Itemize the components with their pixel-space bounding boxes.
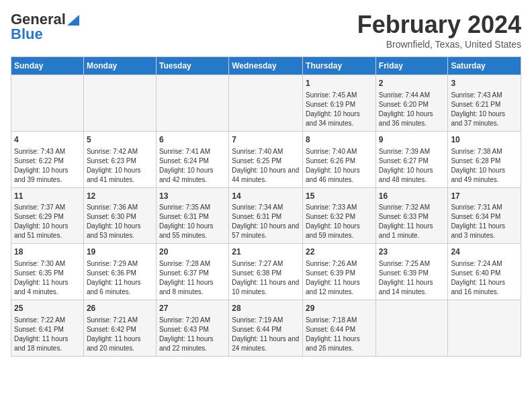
- calendar-cell: 2Sunrise: 7:44 AMSunset: 6:20 PMDaylight…: [375, 75, 448, 132]
- day-info: Sunset: 6:23 PM: [87, 156, 153, 166]
- day-info: Sunset: 6:37 PM: [159, 269, 226, 278]
- calendar-cell: 29Sunrise: 7:18 AMSunset: 6:44 PMDayligh…: [303, 300, 376, 357]
- calendar-cell: 27Sunrise: 7:20 AMSunset: 6:43 PMDayligh…: [156, 300, 228, 357]
- day-info: Daylight: 11 hours and 26 minutes.: [306, 334, 373, 353]
- calendar-cell: 5Sunrise: 7:42 AMSunset: 6:23 PMDaylight…: [83, 131, 156, 187]
- day-info: Sunset: 6:24 PM: [159, 156, 226, 166]
- day-info: Daylight: 10 hours and 49 minutes.: [451, 166, 518, 185]
- weekday-header-saturday: Saturday: [448, 57, 521, 75]
- day-info: Sunset: 6:27 PM: [379, 156, 445, 166]
- day-info: Sunset: 6:34 PM: [451, 212, 518, 222]
- day-info: Daylight: 10 hours and 37 minutes.: [451, 109, 518, 128]
- day-info: Sunrise: 7:28 AM: [159, 259, 226, 269]
- day-info: Sunrise: 7:35 AM: [159, 203, 226, 212]
- day-number: 18: [14, 246, 81, 258]
- logo-blue: Blue: [11, 26, 43, 43]
- day-number: 14: [232, 191, 300, 202]
- day-info: Daylight: 10 hours and 48 minutes.: [379, 166, 445, 185]
- day-info: Daylight: 11 hours and 22 minutes.: [159, 334, 226, 353]
- day-info: Sunset: 6:40 PM: [451, 269, 518, 278]
- calendar-cell: 26Sunrise: 7:21 AMSunset: 6:42 PMDayligh…: [83, 300, 156, 357]
- day-number: 26: [87, 303, 153, 314]
- day-info: Daylight: 10 hours and 36 minutes.: [379, 109, 445, 128]
- day-info: Sunset: 6:31 PM: [159, 212, 226, 222]
- logo-triangle-icon: [67, 13, 79, 26]
- svg-marker-0: [67, 15, 79, 26]
- calendar-cell: 8Sunrise: 7:40 AMSunset: 6:26 PMDaylight…: [303, 131, 376, 187]
- day-info: Daylight: 11 hours and 16 minutes.: [451, 278, 518, 297]
- day-info: Daylight: 10 hours and 39 minutes.: [14, 166, 81, 185]
- day-number: 4: [14, 134, 81, 146]
- calendar-cell: 17Sunrise: 7:31 AMSunset: 6:34 PMDayligh…: [448, 187, 521, 244]
- day-info: Sunrise: 7:24 AM: [451, 259, 518, 269]
- day-info: Daylight: 10 hours and 41 minutes.: [87, 166, 153, 185]
- day-info: Sunset: 6:38 PM: [232, 269, 300, 278]
- calendar-cell: 21Sunrise: 7:27 AMSunset: 6:38 PMDayligh…: [229, 244, 303, 300]
- day-info: Sunrise: 7:22 AM: [14, 316, 81, 325]
- weekday-header-sunday: Sunday: [11, 57, 84, 75]
- day-info: Sunset: 6:39 PM: [306, 269, 373, 278]
- day-info: Sunrise: 7:45 AM: [306, 91, 373, 100]
- day-info: Daylight: 10 hours and 53 minutes.: [87, 222, 153, 240]
- day-number: 11: [14, 191, 81, 202]
- calendar-week-2: 4Sunrise: 7:43 AMSunset: 6:22 PMDaylight…: [11, 131, 521, 187]
- calendar-cell: 23Sunrise: 7:25 AMSunset: 6:39 PMDayligh…: [375, 244, 448, 300]
- day-number: 7: [232, 134, 300, 146]
- day-number: 29: [306, 303, 373, 314]
- calendar-cell: [448, 300, 521, 357]
- day-info: Sunrise: 7:44 AM: [379, 91, 445, 100]
- day-info: Sunrise: 7:38 AM: [451, 147, 518, 156]
- day-info: Daylight: 10 hours and 42 minutes.: [159, 166, 226, 185]
- calendar-cell: 12Sunrise: 7:36 AMSunset: 6:30 PMDayligh…: [83, 187, 156, 244]
- day-info: Sunrise: 7:30 AM: [14, 259, 81, 269]
- logo: General Blue: [11, 11, 79, 43]
- day-info: Sunset: 6:39 PM: [379, 269, 445, 278]
- weekday-header-monday: Monday: [83, 57, 156, 75]
- day-info: Sunrise: 7:27 AM: [232, 259, 300, 269]
- calendar-week-1: 1Sunrise: 7:45 AMSunset: 6:19 PMDaylight…: [11, 75, 521, 132]
- weekday-header-thursday: Thursday: [303, 57, 376, 75]
- day-info: Sunset: 6:29 PM: [14, 212, 81, 222]
- day-info: Daylight: 11 hours and 1 minute.: [379, 222, 445, 240]
- day-number: 2: [379, 78, 445, 89]
- day-number: 13: [159, 191, 226, 202]
- day-info: Sunrise: 7:43 AM: [451, 91, 518, 100]
- day-info: Daylight: 11 hours and 24 minutes.: [232, 334, 300, 353]
- day-info: Daylight: 10 hours and 34 minutes.: [306, 109, 373, 128]
- day-number: 9: [379, 134, 445, 146]
- day-info: Daylight: 11 hours and 12 minutes.: [306, 278, 373, 297]
- day-number: 16: [379, 191, 445, 202]
- calendar-cell: 9Sunrise: 7:39 AMSunset: 6:27 PMDaylight…: [375, 131, 448, 187]
- day-info: Sunrise: 7:42 AM: [87, 147, 153, 156]
- day-info: Daylight: 10 hours and 46 minutes.: [306, 166, 373, 185]
- calendar-cell: [375, 300, 448, 357]
- day-info: Sunset: 6:26 PM: [306, 156, 373, 166]
- day-info: Daylight: 10 hours and 55 minutes.: [159, 222, 226, 240]
- day-info: Sunrise: 7:18 AM: [306, 316, 373, 325]
- day-info: Sunset: 6:32 PM: [306, 212, 373, 222]
- weekday-header-friday: Friday: [375, 57, 448, 75]
- day-info: Sunrise: 7:40 AM: [306, 147, 373, 156]
- day-info: Sunrise: 7:29 AM: [87, 259, 153, 269]
- day-info: Daylight: 11 hours and 6 minutes.: [87, 278, 153, 297]
- calendar-cell: 14Sunrise: 7:34 AMSunset: 6:31 PMDayligh…: [229, 187, 303, 244]
- weekday-header-row: SundayMondayTuesdayWednesdayThursdayFrid…: [11, 57, 521, 75]
- day-number: 24: [451, 246, 518, 258]
- calendar-table: SundayMondayTuesdayWednesdayThursdayFrid…: [11, 56, 521, 357]
- day-number: 10: [451, 134, 518, 146]
- day-info: Sunset: 6:44 PM: [306, 325, 373, 334]
- day-info: Sunrise: 7:25 AM: [379, 259, 445, 269]
- day-info: Sunrise: 7:20 AM: [159, 316, 226, 325]
- day-number: 28: [232, 303, 300, 314]
- day-info: Daylight: 10 hours and 44 minutes.: [232, 166, 300, 185]
- calendar-week-4: 18Sunrise: 7:30 AMSunset: 6:35 PMDayligh…: [11, 244, 521, 300]
- calendar-cell: 4Sunrise: 7:43 AMSunset: 6:22 PMDaylight…: [11, 131, 84, 187]
- day-number: 1: [306, 78, 373, 89]
- day-info: Sunset: 6:19 PM: [306, 100, 373, 109]
- day-info: Daylight: 11 hours and 14 minutes.: [379, 278, 445, 297]
- day-info: Sunset: 6:33 PM: [379, 212, 445, 222]
- day-info: Daylight: 10 hours and 51 minutes.: [14, 222, 81, 240]
- day-info: Sunrise: 7:33 AM: [306, 203, 373, 212]
- day-info: Sunrise: 7:34 AM: [232, 203, 300, 212]
- calendar-cell: 11Sunrise: 7:37 AMSunset: 6:29 PMDayligh…: [11, 187, 84, 244]
